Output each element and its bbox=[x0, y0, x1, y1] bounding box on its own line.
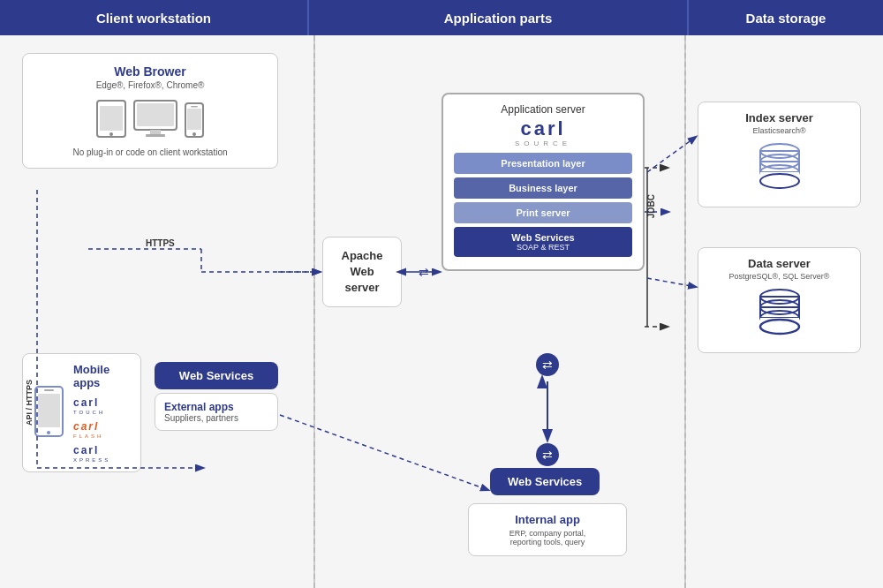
no-plugin-text: No plug-in or code on client workstation bbox=[34, 147, 267, 157]
columns-header: Client workstation Application parts Dat… bbox=[0, 0, 883, 35]
internal-app-box: Internal app ERP, company portal,reporti… bbox=[468, 503, 627, 556]
carl-touch-logo: carl touch bbox=[73, 394, 130, 415]
svg-rect-1 bbox=[100, 106, 123, 131]
data-server-box: Data server PostgreSQL®, SQL Server® bbox=[698, 247, 861, 353]
diagram-container: Client workstation Application parts Dat… bbox=[0, 0, 883, 588]
svg-text:⇄: ⇄ bbox=[419, 265, 429, 279]
col-header-app: Application parts bbox=[309, 0, 689, 35]
external-apps-subtitle: Suppliers, partners bbox=[164, 413, 268, 423]
index-server-box: Index server Elasticsearch® bbox=[698, 102, 861, 207]
svg-rect-5 bbox=[150, 130, 161, 134]
carl-source-logo: carl SOURCE bbox=[454, 119, 632, 147]
col-header-client: Client workstation bbox=[0, 0, 309, 35]
exchange-icon-appserver: ⇄ bbox=[536, 353, 559, 376]
phone-icon bbox=[184, 102, 205, 139]
layer-webservices: Web Services SOAP & REST bbox=[454, 227, 632, 257]
svg-point-13 bbox=[47, 431, 50, 434]
svg-rect-8 bbox=[187, 109, 201, 130]
carl-xpress-logo: carl xpress bbox=[73, 441, 130, 463]
web-browser-box: Web Brower Edge®, Firefox®, Chrome® bbox=[22, 53, 278, 169]
app-server-box: Application server carl SOURCE Presentat… bbox=[442, 93, 645, 271]
svg-rect-6 bbox=[146, 134, 165, 137]
mobile-phone-icon bbox=[34, 385, 64, 441]
col-divider-2 bbox=[684, 35, 686, 588]
layer-business: Business layer bbox=[454, 177, 632, 199]
internal-app-subtitle: ERP, company portal,reporting tools, que… bbox=[482, 529, 613, 547]
monitor-icon bbox=[132, 99, 178, 139]
layer-presentation: Presentation layer bbox=[454, 153, 632, 174]
col-header-storage: Data storage bbox=[689, 0, 883, 35]
internal-app-title: Internal app bbox=[482, 513, 613, 526]
ws-bottom-container: Web Services bbox=[490, 468, 600, 495]
index-server-title: Index server bbox=[707, 111, 851, 124]
external-apps-title: External apps bbox=[164, 401, 268, 413]
svg-line-42 bbox=[647, 278, 696, 287]
tablet-icon bbox=[95, 99, 127, 139]
external-apps-box: External apps Suppliers, partners bbox=[155, 393, 278, 431]
mobile-apps-box: Mobile apps carl touch carl flash carl x… bbox=[22, 353, 141, 472]
mobile-apps-content: Mobile apps carl touch carl flash carl x… bbox=[73, 363, 130, 463]
app-server-title: Application server bbox=[454, 103, 632, 116]
postgresql-icon bbox=[753, 288, 806, 336]
svg-rect-4 bbox=[137, 103, 174, 126]
svg-point-9 bbox=[192, 132, 196, 136]
ws-left-title: Web Services bbox=[167, 369, 266, 382]
data-server-title: Data server bbox=[707, 257, 851, 270]
col2-label: Application parts bbox=[444, 11, 553, 26]
mobile-apps-title: Mobile apps bbox=[73, 363, 130, 389]
index-server-subtitle: Elasticsearch® bbox=[707, 126, 851, 135]
web-browser-title: Web Brower bbox=[34, 64, 267, 79]
col3-label: Data storage bbox=[746, 11, 826, 26]
svg-rect-14 bbox=[44, 389, 54, 391]
data-server-subtitle: PostgreSQL®, SQL Server® bbox=[707, 272, 851, 281]
browser-icons bbox=[34, 99, 267, 139]
carl-flash-logo: carl flash bbox=[73, 418, 130, 439]
jdbc-label: JDBC bbox=[646, 194, 656, 218]
svg-point-2 bbox=[109, 132, 113, 136]
layer-print: Print server bbox=[454, 202, 632, 223]
apache-box: ApacheWebserver bbox=[322, 237, 402, 307]
web-services-box-left: Web Services bbox=[155, 362, 278, 389]
exchange-icon-bottom: ⇄ bbox=[536, 443, 559, 466]
api-https-label: API / HTTPS bbox=[25, 380, 34, 426]
svg-rect-10 bbox=[191, 106, 198, 108]
ws-bottom-label: Web Services bbox=[490, 468, 600, 495]
col-divider-1 bbox=[313, 35, 315, 588]
https-label: HTTPS bbox=[146, 238, 175, 248]
elasticsearch-icon bbox=[753, 142, 806, 191]
apache-title: ApacheWebserver bbox=[342, 248, 383, 297]
diagram-main: Web Brower Edge®, Firefox®, Chrome® bbox=[0, 35, 883, 588]
web-browser-subtitle: Edge®, Firefox®, Chrome® bbox=[34, 80, 267, 90]
svg-line-41 bbox=[647, 137, 696, 172]
col1-label: Client workstation bbox=[96, 11, 211, 26]
svg-line-44 bbox=[280, 415, 488, 490]
svg-rect-12 bbox=[38, 394, 60, 427]
